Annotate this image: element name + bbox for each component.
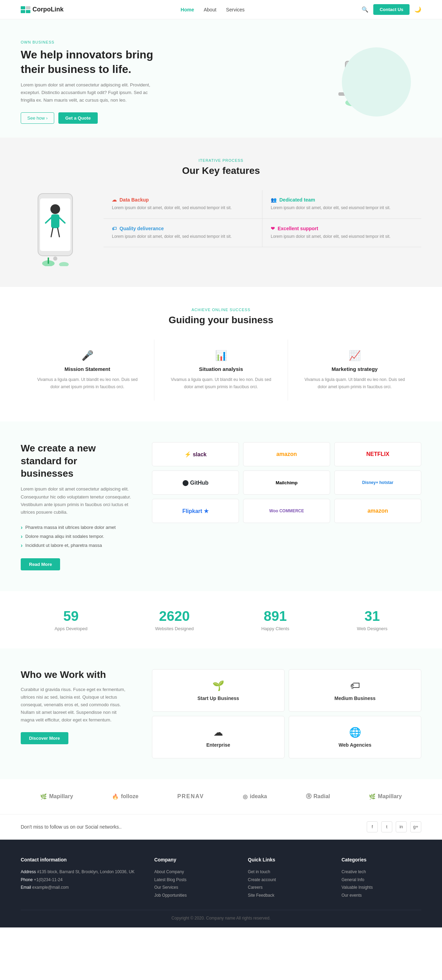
logo-amazon: amazon (243, 442, 330, 466)
guiding-label: ACHIEVE ONLINE SUCCESS (21, 308, 421, 312)
nav-link-services[interactable]: Services (226, 7, 245, 13)
footer-general-info[interactable]: General Info (342, 876, 421, 884)
mapillary-icon: 🌿 (40, 793, 47, 800)
brand-icon (21, 6, 30, 13)
stat-clients: 891 Happy Clients (261, 608, 289, 631)
agencies-title: Web Agencies (296, 742, 414, 748)
features-header: ITERATIVE PROCESS Our Key features (21, 158, 421, 176)
marketing-desc: Vivamus a ligula quam. Ut blandit eu leo… (302, 376, 407, 390)
footer-about[interactable]: About Company (154, 868, 234, 876)
footer-careers[interactable]: Careers (248, 883, 328, 891)
social-section: Don't miss to follow us on our Social ne… (0, 814, 442, 840)
footer-quicklinks: Quick Links Get in touch Create account … (248, 857, 328, 899)
stat-designers: 31 Web Designers (357, 608, 387, 631)
footer-categories: Categories Creative tech General Info Va… (342, 857, 421, 899)
stat-apps-label: Apps Developed (55, 626, 87, 631)
team-icon: 👥 (271, 197, 277, 202)
hero-image (318, 44, 421, 120)
hero-label: OWN BUSINESS (21, 40, 159, 44)
mapillary2-icon: 🌿 (369, 793, 376, 800)
logo-netflix: NETFLIX (334, 442, 421, 466)
work-card-enterprise: ☁ Enterprise (152, 716, 285, 759)
footer-services[interactable]: Our Services (154, 883, 234, 891)
nav-links: Home About Services (181, 7, 244, 13)
footer-copyright: Copyright © 2020. Company name All right… (21, 910, 421, 921)
phone-svg (28, 190, 83, 266)
social-text: Don't miss to follow us on our Social ne… (21, 824, 122, 830)
phone-label: Phone (21, 877, 33, 882)
feature-title-3: 🏷 Quality deliverance (112, 226, 254, 231)
footer-getintouch[interactable]: Get in touch (248, 868, 328, 876)
brand-logo[interactable]: CorpoLink (21, 6, 63, 13)
support-icon: ❤ (271, 226, 275, 231)
footer-valuable-insights[interactable]: Valuable Insights (342, 883, 421, 891)
work-inner: Who we Work with Curabitur id gravida ri… (21, 669, 421, 759)
features-grid: ☁ Data Backup Lorem ipsum dolor sit amet… (104, 190, 421, 247)
footer-our-events[interactable]: Our events (342, 891, 421, 899)
stat-designers-number: 31 (357, 608, 387, 624)
feature-data-backup: ☁ Data Backup Lorem ipsum dolor sit amet… (104, 190, 263, 218)
nav-right: 🔍 Contact Us 🌙 (361, 4, 421, 15)
read-more-button[interactable]: Read More (21, 558, 60, 570)
stat-websites-label: Websites Designed (155, 626, 194, 631)
enterprise-title: Enterprise (159, 742, 277, 748)
marketing-icon: 📈 (302, 350, 407, 361)
footer-grid: Contact information Address #135 block, … (21, 857, 421, 899)
search-button[interactable]: 🔍 (361, 6, 368, 13)
standard-desc: Lorem ipsum dolor sit amet consectetur a… (21, 485, 131, 516)
footer-creative-tech[interactable]: Creative tech (342, 868, 421, 876)
footer-company: Company About Company Latest Blog Posts … (154, 857, 234, 899)
see-how-button[interactable]: See how › (21, 112, 54, 124)
list-item-1: Pharetra massa init ultrices labore dolo… (21, 523, 131, 532)
nav-link-about[interactable]: About (204, 7, 217, 13)
navbar: CorpoLink Home About Services 🔍 Contact … (0, 0, 442, 19)
facebook-icon[interactable]: f (367, 821, 378, 832)
guiding-situation: 📊 Situation analysis Vivamus a ligula qu… (154, 339, 288, 401)
guiding-section: ACHIEVE ONLINE SUCCESS Guiding your busi… (0, 287, 442, 422)
standard-section: We create a new standard for businesses … (0, 422, 442, 591)
svg-point-14 (53, 256, 57, 261)
address-label: Address (21, 869, 36, 874)
work-text: Who we Work with Curabitur id gravida ri… (21, 669, 131, 744)
logo-flipkart: Flipkart ★ (152, 499, 239, 523)
logo-hotstar: Disney+ hotstar (334, 471, 421, 495)
guiding-marketing: 📈 Marketing strategy Vivamus a ligula qu… (288, 339, 421, 401)
partners-section: 🌿 Mapillary 🔥 folloze PRENAV ◎ ideaka Ⓡ … (0, 779, 442, 814)
feature-title-1: ☁ Data Backup (112, 197, 254, 202)
nav-link-home[interactable]: Home (181, 7, 194, 13)
stat-apps: 59 Apps Developed (55, 608, 87, 631)
logo-woocommerce: Woo COMMERCE (243, 499, 330, 523)
discover-more-button[interactable]: Discover More (21, 732, 68, 744)
work-desc: Curabitur id gravida risus. Fusce eget e… (21, 686, 131, 724)
medium-icon: 🏷 (296, 680, 414, 691)
feature-desc-2: Lorem ipsum dolor sit amet, dolor elit, … (271, 205, 413, 211)
work-card-agencies: 🌐 Web Agencies (289, 716, 421, 759)
feature-desc-1: Lorem ipsum dolor sit amet, dolor elit, … (112, 205, 254, 211)
contact-button[interactable]: Contact Us (373, 4, 410, 15)
twitter-icon[interactable]: t (381, 821, 392, 832)
social-icons: f t in g+ (367, 821, 421, 832)
footer-feedback[interactable]: Site Feedback (248, 891, 328, 899)
mission-desc: Vivamus a ligula quam. Ut blandit eu leo… (35, 376, 140, 390)
list-item-3: Incididunt ut labore et, pharetra massa (21, 541, 131, 550)
feature-desc-4: Lorem ipsum dolor sit amet, dolor elit, … (271, 233, 413, 240)
instagram-icon[interactable]: in (396, 821, 407, 832)
standard-title: We create a new standard for businesses (21, 442, 131, 480)
footer-create-account[interactable]: Create account (248, 876, 328, 884)
footer-blog[interactable]: Latest Blog Posts (154, 876, 234, 884)
get-quote-button[interactable]: Get a Quote (59, 112, 98, 124)
theme-toggle[interactable]: 🌙 (414, 6, 421, 13)
footer-address: Address #135 block, Barnard St, Brooklyn… (21, 868, 141, 876)
partner-folloze: 🔥 folloze (112, 793, 138, 800)
quality-icon: 🏷 (112, 226, 117, 231)
svg-point-15 (51, 204, 60, 214)
features-content: ☁ Data Backup Lorem ipsum dolor sit amet… (21, 190, 421, 266)
logo-mailchimp: Mailchimp (243, 471, 330, 495)
logo-slack: ⚡ slack (152, 442, 239, 466)
google-plus-icon[interactable]: g+ (410, 821, 421, 832)
work-card-medium: 🏷 Medium Business (289, 669, 421, 712)
situation-title: Situation analysis (168, 366, 274, 372)
stat-apps-number: 59 (55, 608, 87, 624)
footer-jobs[interactable]: Job Opportunities (154, 891, 234, 899)
svg-rect-16 (51, 214, 59, 228)
